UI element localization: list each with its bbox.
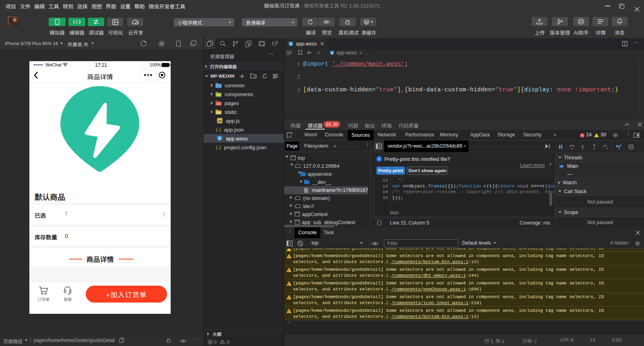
svg-text:3: 3 xyxy=(219,136,221,140)
svg-text:3: 3 xyxy=(290,42,291,45)
svg-text:JS: JS xyxy=(218,119,222,123)
svg-text:3: 3 xyxy=(331,51,333,54)
